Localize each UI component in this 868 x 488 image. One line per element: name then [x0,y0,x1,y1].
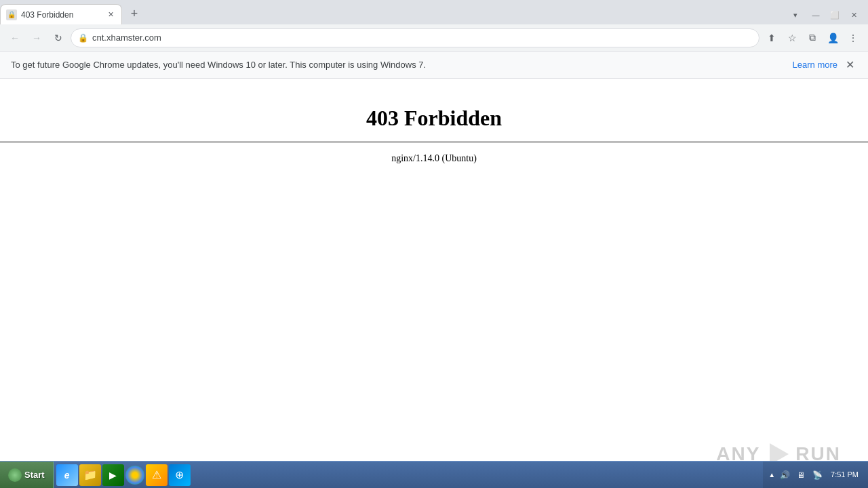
tab-title: 403 Forbidden [21,10,101,20]
start-button[interactable]: Start [0,462,54,489]
page-divider [0,142,868,142]
start-label: Start [24,470,45,480]
tab-favicon: 🔒 [6,9,17,20]
page-title: 403 Forbidden [366,106,502,131]
page-content: 403 Forbidden nginx/1.14.0 (Ubuntu) ANY … [0,79,868,488]
url-display: cnt.xhamster.com [92,33,752,43]
tab-strip-menu-button[interactable]: ▾ [787,8,804,22]
server-info: nginx/1.14.0 (Ubuntu) [391,153,477,164]
toolbar: ← → ↻ 🔒 cnt.xhamster.com ⬆ ☆ ⧉ 👤 ⋮ [0,24,868,52]
bookmark-button[interactable]: ☆ [783,28,802,47]
taskbar-folder-icon[interactable]: 📁 [79,464,101,486]
tray-expand-arrow[interactable]: ▲ [768,471,775,479]
new-tab-button[interactable]: + [125,4,144,23]
notification-close-button[interactable]: ✕ [843,57,857,73]
profile-button[interactable]: 👤 [823,28,842,47]
taskbar-chrome-icon[interactable] [125,466,144,485]
share-button[interactable]: ⬆ [762,28,781,47]
error-page: 403 Forbidden nginx/1.14.0 (Ubuntu) [0,79,868,164]
taskbar: Start e 📁 ▶ ⚠ ⊕ ▲ 🔊 🖥 📡 7:51 PM [0,461,868,488]
taskbar-programs: e 📁 ▶ ⚠ ⊕ [54,464,193,486]
tab-close-button[interactable]: ✕ [105,9,116,20]
tab-toggle-button[interactable]: ⧉ [803,28,822,47]
address-bar[interactable]: 🔒 cnt.xhamster.com [71,28,760,47]
start-icon [8,468,22,482]
forward-button[interactable]: → [27,28,46,47]
system-clock[interactable]: 7:51 PM [827,470,863,480]
notification-message: To get future Google Chrome updates, you… [11,60,787,70]
taskbar-media-icon[interactable]: ▶ [102,464,124,486]
taskbar-ie-icon[interactable]: e [56,464,78,486]
back-button[interactable]: ← [5,28,24,47]
reload-button[interactable]: ↻ [49,28,68,47]
taskbar-tray: ▲ 🔊 🖥 📡 7:51 PM [763,462,868,488]
tab-bar: 🔒 403 Forbidden ✕ + ▾ — ⬜ ✕ [0,0,868,24]
security-lock-icon: 🔒 [78,33,88,43]
tray-network-icon[interactable]: 🖥 [794,468,808,482]
taskbar-edge-icon[interactable]: ⊕ [169,464,191,486]
menu-button[interactable]: ⋮ [844,28,863,47]
browser-window: 🔒 403 Forbidden ✕ + ▾ — ⬜ ✕ ← → ↻ 🔒 cnt.… [0,0,868,488]
minimize-button[interactable]: — [807,8,825,22]
taskbar-norton-icon[interactable]: ⚠ [146,464,167,486]
tray-action-center-icon[interactable]: 📡 [810,468,824,482]
tray-volume-icon[interactable]: 🔊 [778,468,791,482]
close-button[interactable]: ✕ [845,8,863,22]
active-tab[interactable]: 🔒 403 Forbidden ✕ [0,4,122,24]
maximize-button[interactable]: ⬜ [826,8,844,22]
notification-bar: To get future Google Chrome updates, you… [0,52,868,79]
learn-more-link[interactable]: Learn more [793,60,837,70]
